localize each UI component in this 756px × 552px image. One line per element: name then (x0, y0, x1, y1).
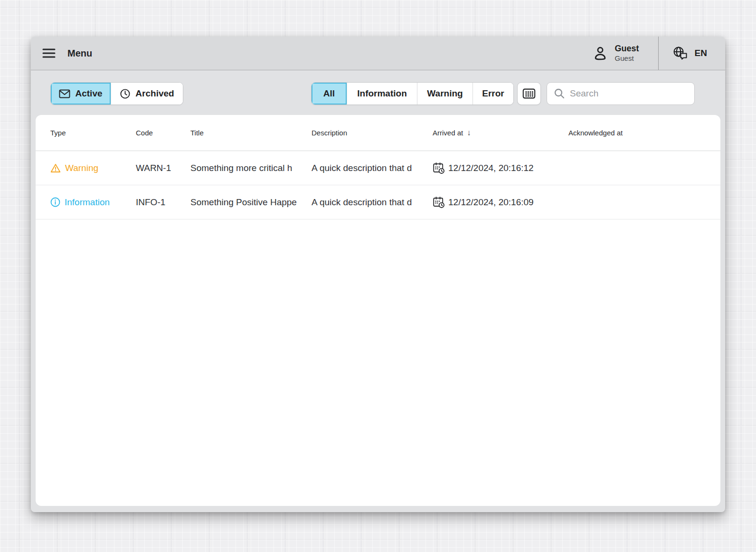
alerts-table: Type Code Title Description Arrived at ↓… (36, 115, 720, 506)
search-input[interactable] (570, 88, 688, 99)
code-cell: WARN-1 (136, 163, 181, 173)
clock-icon (120, 88, 131, 99)
title-cell: Something more critical h (190, 163, 302, 173)
description-cell: A quick description that d (312, 197, 423, 208)
type-cell: Information (50, 197, 126, 208)
hamburger-menu-icon[interactable] (42, 48, 56, 59)
description-cell: A quick description that d (312, 163, 423, 173)
type-label: Information (65, 197, 110, 208)
table-header-row: Type Code Title Description Arrived at ↓… (36, 115, 720, 151)
active-tab[interactable]: Active (51, 83, 111, 105)
type-label: Warning (65, 163, 98, 173)
code-cell: INFO-1 (136, 197, 181, 208)
arrived-at-cell: 12/12/2024, 20:16:12 (433, 162, 559, 174)
arrived-at-value: 12/12/2024, 20:16:09 (448, 197, 534, 208)
column-header-description[interactable]: Description (312, 129, 423, 137)
active-tab-label: Active (75, 88, 102, 99)
arrived-at-cell: 12/12/2024, 20:16:09 (433, 196, 559, 209)
app-window: Menu Guest Guest (31, 37, 725, 512)
table-row[interactable]: Warning WARN-1 Something more critical h… (36, 151, 720, 185)
keypad-icon (522, 87, 536, 100)
sort-descending-icon[interactable]: ↓ (467, 128, 471, 138)
user-name: Guest (615, 43, 639, 54)
title-cell: Something Positive Happe (190, 197, 302, 208)
table-row[interactable]: Information INFO-1 Something Positive Ha… (36, 185, 720, 219)
menu-label: Menu (67, 48, 92, 59)
column-header-arrived-at[interactable]: Arrived at ↓ (433, 128, 559, 138)
filter-information-label: Information (357, 88, 407, 99)
filter-error-label: Error (482, 88, 504, 99)
user-role: Guest (615, 54, 639, 63)
filter-all[interactable]: All (312, 83, 347, 105)
filter-information[interactable]: Information (347, 83, 417, 105)
warning-triangle-icon (50, 163, 61, 173)
type-filter-group: All Information Warning Error (311, 82, 514, 105)
filter-warning[interactable]: Warning (417, 83, 472, 105)
archived-tab-label: Archived (135, 88, 174, 99)
user-menu[interactable]: Guest Guest (592, 37, 658, 70)
envelope-icon (59, 89, 70, 98)
calendar-clock-icon (433, 196, 445, 209)
archived-tab[interactable]: Archived (111, 83, 183, 105)
search-box (547, 82, 695, 105)
search-icon (554, 88, 565, 99)
calendar-clock-icon (433, 162, 445, 174)
keypad-button[interactable] (517, 82, 541, 105)
column-header-title[interactable]: Title (190, 129, 302, 137)
menu-button[interactable]: Menu (42, 48, 92, 59)
app-header: Menu Guest Guest (31, 37, 725, 70)
column-header-type[interactable]: Type (50, 129, 126, 137)
column-header-acknowledged-at[interactable]: Acknowledged at (568, 129, 706, 137)
globe-language-icon (672, 46, 689, 61)
filter-all-label: All (323, 88, 335, 99)
type-cell: Warning (50, 163, 126, 173)
view-toggle-group: Active Archived (50, 82, 183, 105)
column-header-code[interactable]: Code (136, 129, 181, 137)
user-icon (592, 45, 608, 61)
filter-warning-label: Warning (427, 88, 463, 99)
language-label: EN (695, 48, 707, 58)
arrived-at-value: 12/12/2024, 20:16:12 (448, 163, 534, 173)
info-circle-icon (50, 197, 60, 207)
language-selector[interactable]: EN (658, 37, 725, 70)
filter-error[interactable]: Error (472, 83, 513, 105)
